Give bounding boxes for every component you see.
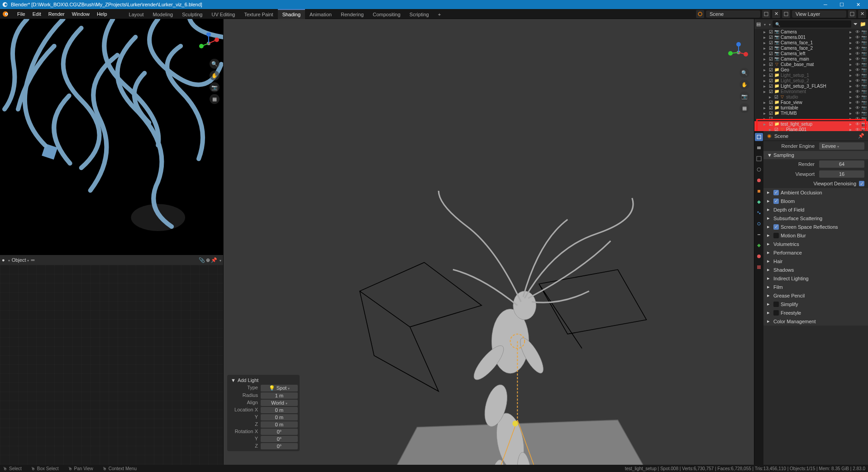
prop-tab-output[interactable] bbox=[755, 144, 763, 152]
hide-render-icon[interactable]: 📷 bbox=[861, 62, 866, 67]
rot-x-field[interactable]: 0° bbox=[261, 429, 298, 435]
visibility-checkbox[interactable]: ☑ bbox=[773, 127, 779, 132]
visibility-checkbox[interactable]: ☑ bbox=[768, 67, 773, 72]
hide-render-icon[interactable]: 📷 bbox=[861, 111, 866, 116]
viewlayer-new-button[interactable] bbox=[848, 10, 856, 18]
hide-select-icon[interactable]: ▸ bbox=[849, 73, 854, 78]
section-checkbox[interactable] bbox=[773, 233, 779, 238]
hide-select-icon[interactable]: ▸ bbox=[849, 111, 854, 116]
menu-render[interactable]: Render bbox=[45, 10, 68, 18]
outliner-item[interactable]: ▸☑📷Camera_left▸👁📷 bbox=[754, 51, 868, 56]
disclose-icon[interactable]: ▸ bbox=[769, 94, 773, 99]
close-button[interactable]: ✕ bbox=[850, 0, 866, 9]
disclose-icon[interactable]: ▸ bbox=[763, 57, 768, 61]
hide-render-icon[interactable]: 📷 bbox=[861, 105, 866, 110]
shader-editor-type-icon[interactable]: ● bbox=[2, 257, 5, 263]
hide-viewport-icon[interactable]: 👁 bbox=[855, 46, 860, 51]
outliner-item[interactable]: ▸☑📁Geo▸👁📷 bbox=[754, 67, 868, 72]
workspace-tab-compositing[interactable]: Compositing bbox=[368, 9, 405, 19]
pin-icon[interactable]: 📌 bbox=[858, 133, 864, 139]
hide-viewport-icon[interactable]: 👁 bbox=[855, 116, 860, 121]
prop-section[interactable]: ▸Performance bbox=[763, 248, 868, 257]
outliner-item[interactable]: ▸☑📷Camera_main▸👁📷 bbox=[754, 56, 868, 61]
hide-render-icon[interactable]: 📷 bbox=[861, 100, 866, 105]
disclose-icon[interactable]: ▸ bbox=[763, 111, 768, 116]
disclose-icon[interactable]: ▸ bbox=[763, 46, 768, 51]
visibility-checkbox[interactable]: ☑ bbox=[773, 94, 779, 99]
hide-select-icon[interactable]: ▸ bbox=[849, 46, 854, 51]
disclose-icon[interactable]: ▸ bbox=[763, 67, 768, 72]
outliner-item[interactable]: ▸☑📁test_light_setup▸👁📷 bbox=[754, 121, 868, 127]
visibility-checkbox[interactable]: ☑ bbox=[768, 105, 773, 110]
shader-type-dropdown[interactable] bbox=[7, 257, 10, 263]
outliner-item[interactable]: ▸☑📁Light_setup_1▸👁📷 bbox=[754, 72, 868, 78]
prop-section[interactable]: ▸Simplify bbox=[763, 300, 868, 308]
section-checkbox[interactable] bbox=[773, 302, 779, 307]
rot-y-field[interactable]: 0° bbox=[261, 436, 298, 442]
workspace-tab-modeling[interactable]: Modeling bbox=[148, 9, 178, 19]
hide-render-icon[interactable]: 📷 bbox=[861, 35, 866, 40]
hide-select-icon[interactable]: ▸ bbox=[849, 105, 854, 110]
outliner-item[interactable]: ▸☑📷Camera▸👁📷 bbox=[754, 29, 868, 34]
menu-file[interactable]: File bbox=[14, 10, 29, 18]
3d-viewport-canvas[interactable] bbox=[224, 19, 754, 472]
prop-tab-world[interactable] bbox=[755, 176, 763, 184]
visibility-checkbox[interactable]: ☑ bbox=[768, 29, 773, 34]
outliner-item[interactable]: ▸☑📁Environment▸👁📷 bbox=[754, 89, 868, 94]
outliner-item[interactable]: ▸☑▸👁📷 bbox=[754, 116, 868, 121]
section-checkbox[interactable]: ✓ bbox=[773, 190, 779, 195]
outliner-item[interactable]: ▸☑📁THUMB▸👁📷 bbox=[754, 110, 868, 116]
hide-viewport-icon[interactable]: 👁 bbox=[855, 62, 860, 67]
light-radius-field[interactable]: 1 m bbox=[261, 392, 298, 399]
disclose-icon[interactable]: ▸ bbox=[763, 116, 768, 121]
outliner-item[interactable]: ▸☑📷Camera.001▸👁📷 bbox=[754, 34, 868, 40]
prop-tab-texture[interactable] bbox=[755, 263, 763, 271]
disclose-icon[interactable]: ▸ bbox=[763, 84, 768, 89]
scene-new-button[interactable] bbox=[762, 10, 770, 18]
disclose-icon[interactable]: ▸ bbox=[763, 35, 768, 40]
zoom-icon[interactable]: 🔍 bbox=[210, 59, 219, 69]
disclose-icon[interactable]: ▸ bbox=[763, 105, 768, 110]
hide-viewport-icon[interactable]: 👁 bbox=[855, 57, 860, 61]
hide-render-icon[interactable]: 📷 bbox=[861, 94, 866, 99]
hide-render-icon[interactable]: 📷 bbox=[861, 51, 866, 56]
workspace-tab-sculpting[interactable]: Sculpting bbox=[177, 9, 207, 19]
light-align-dropdown[interactable]: World bbox=[261, 400, 298, 406]
hide-viewport-icon[interactable]: 👁 bbox=[855, 122, 860, 127]
maximize-button[interactable]: ☐ bbox=[834, 0, 850, 9]
hide-render-icon[interactable]: 📷 bbox=[861, 57, 866, 61]
hide-select-icon[interactable]: ▸ bbox=[849, 94, 854, 99]
visibility-checkbox[interactable]: ☑ bbox=[768, 62, 773, 67]
hide-select-icon[interactable]: ▸ bbox=[849, 35, 854, 40]
prop-section[interactable]: ▸Shadows bbox=[763, 265, 868, 274]
scene-remove-button[interactable]: ✕ bbox=[772, 10, 780, 18]
rendered-preview-canvas[interactable] bbox=[0, 19, 223, 245]
hide-viewport-icon[interactable]: 👁 bbox=[855, 94, 860, 99]
prop-section[interactable]: ▸Motion Blur bbox=[763, 231, 868, 240]
render-samples-field[interactable]: 64 bbox=[819, 160, 864, 168]
shader-view-dropdown[interactable] bbox=[218, 257, 221, 263]
prop-section[interactable]: ▸Volumetrics bbox=[763, 240, 868, 248]
prop-tab-object[interactable] bbox=[755, 187, 763, 195]
shader-pin-icon[interactable]: ═ bbox=[31, 257, 34, 263]
visibility-checkbox[interactable]: ☑ bbox=[768, 122, 773, 127]
hide-select-icon[interactable]: ▸ bbox=[849, 51, 854, 56]
camera-view-icon[interactable]: 📷 bbox=[210, 82, 219, 92]
visibility-checkbox[interactable]: ☑ bbox=[768, 73, 773, 78]
menu-window[interactable]: Window bbox=[68, 10, 93, 18]
disclose-icon[interactable]: ▸ bbox=[763, 100, 768, 105]
prop-section[interactable]: ▸Hair bbox=[763, 257, 868, 265]
outliner-search[interactable] bbox=[773, 20, 851, 28]
outliner-item[interactable]: ▸☑▽Plane.001▸👁📷 bbox=[754, 127, 868, 131]
disclose-icon[interactable]: ▸ bbox=[763, 89, 768, 94]
hide-render-icon[interactable]: 📷 bbox=[861, 46, 866, 51]
light-type-dropdown[interactable]: 💡 Spot bbox=[261, 385, 298, 392]
visibility-checkbox[interactable]: ☑ bbox=[768, 57, 773, 61]
shader-slot-icon[interactable]: 📎 bbox=[199, 257, 205, 263]
prop-section[interactable]: ▸Color Management bbox=[763, 317, 868, 326]
loc-x-field[interactable]: 0 m bbox=[261, 407, 298, 413]
loc-z-field[interactable]: 0 m bbox=[261, 421, 298, 428]
hide-select-icon[interactable]: ▸ bbox=[849, 62, 854, 67]
section-checkbox[interactable] bbox=[773, 310, 779, 316]
workspace-add-button[interactable]: + bbox=[434, 9, 445, 19]
